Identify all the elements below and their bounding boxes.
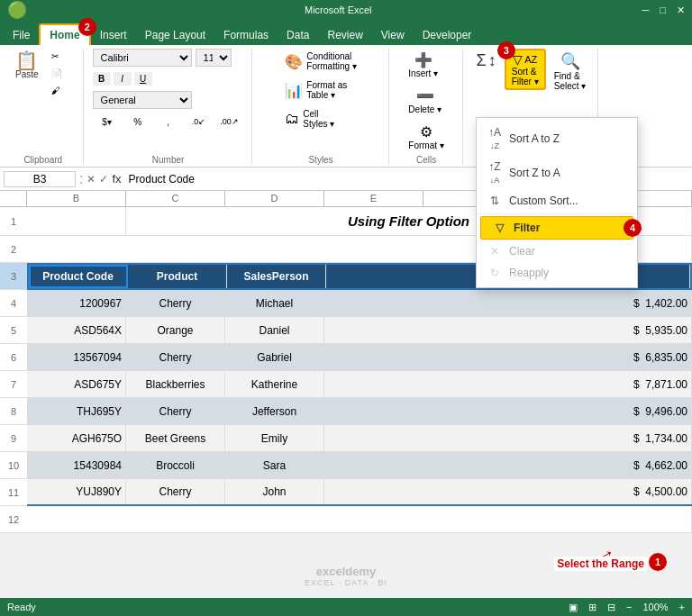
formula-cancel[interactable]: ✕ — [86, 173, 96, 186]
format-painter-button[interactable]: 🖌 — [47, 83, 76, 98]
cell-e6[interactable]: $ 6,835.00 — [324, 344, 692, 370]
cell-b4[interactable]: 1200967 — [27, 290, 126, 316]
tab-data[interactable]: Data — [278, 25, 318, 45]
col-header-d[interactable]: D — [225, 191, 324, 207]
font-size-select[interactable]: 11 — [196, 49, 232, 67]
data-row-11: YUJ890Y Cherry John $ 4,500.00 — [27, 479, 692, 506]
cell-d9[interactable]: Emily — [225, 425, 324, 451]
cell-e9[interactable]: $ 1,734.00 — [324, 425, 692, 451]
cell-e4[interactable]: $ 1,402.00 — [324, 290, 692, 316]
tab-insert[interactable]: Insert — [91, 25, 136, 45]
cell-c4[interactable]: Cherry — [126, 290, 225, 316]
insert-cells-button[interactable]: ➕ Insert ▾ — [404, 49, 442, 81]
cell-d5[interactable]: Daniel — [225, 317, 324, 343]
col-header-b[interactable]: B — [27, 191, 126, 207]
format-as-table-button[interactable]: 📊 Format asTable ▾ — [280, 77, 351, 103]
tab-file[interactable]: File — [4, 25, 39, 45]
page-layout-view[interactable]: ⊞ — [588, 602, 596, 613]
row-6: 6 — [0, 344, 27, 371]
bold-button[interactable]: B — [93, 72, 111, 86]
font-family-select[interactable]: Calibri — [93, 49, 192, 67]
cell-e5[interactable]: $ 5,935.00 — [324, 317, 692, 343]
cell-b5[interactable]: ASD564X — [27, 317, 126, 343]
cell-e7[interactable]: $ 7,871.00 — [324, 371, 692, 397]
cell-e8[interactable]: $ 9,496.00 — [324, 398, 692, 424]
tab-view[interactable]: View — [372, 25, 414, 45]
cell-d6[interactable]: Gabriel — [225, 344, 324, 370]
ribbon-cells-group: ➕ Insert ▾ ➖ Delete ▾ ⚙ Format ▾ Cells — [391, 49, 463, 165]
tab-review[interactable]: Review — [318, 25, 371, 45]
cell-d7[interactable]: Katherine — [225, 371, 324, 397]
cell-c7[interactable]: Blackberries — [126, 371, 225, 397]
number-format-select[interactable]: General — [93, 91, 192, 109]
cell-d11[interactable]: John — [225, 479, 324, 504]
header-product[interactable]: Product — [128, 265, 227, 288]
delete-cells-button[interactable]: ➖ Delete ▾ — [404, 85, 446, 117]
tab-home[interactable]: Home 2 — [39, 23, 90, 45]
cell-c11[interactable]: Cherry — [126, 479, 225, 504]
cell-c8[interactable]: Cherry — [126, 398, 225, 424]
col-header-e[interactable]: E — [324, 191, 423, 207]
sort-filter-button[interactable]: ▽ AZ Sort &Filter ▾ 3 — [505, 49, 546, 90]
tab-developer[interactable]: Developer — [414, 25, 481, 45]
tab-page-layout[interactable]: Page Layout — [136, 25, 214, 45]
col-header-c[interactable]: C — [126, 191, 225, 207]
dollar-button[interactable]: $▾ — [93, 114, 122, 130]
cell-b7[interactable]: ASD675Y — [27, 371, 126, 397]
cell-c6[interactable]: Cherry — [126, 344, 225, 370]
row-12: 12 — [0, 506, 27, 533]
formula-insert-function[interactable]: fx — [112, 172, 121, 186]
insert-icon: ➕ — [414, 51, 432, 68]
menu-sort-z-a[interactable]: ↑Z↓A Sort Z to A — [477, 156, 637, 190]
cell-b6[interactable]: 13567094 — [27, 344, 126, 370]
decrease-decimal-button[interactable]: .0↙ — [185, 114, 214, 130]
autosum-button[interactable]: Σ ↕ — [472, 49, 501, 73]
cell-styles-button[interactable]: 🗂 CellStyles ▾ — [280, 106, 339, 131]
zoom-out[interactable]: − — [626, 602, 632, 613]
cell-c10[interactable]: Broccoli — [126, 452, 225, 478]
formula-confirm[interactable]: ✓ — [99, 173, 108, 186]
cell-b9[interactable]: AGH675O — [27, 425, 126, 451]
sort-az-icon: ↑A↓Z — [487, 126, 502, 151]
format-cells-button[interactable]: ⚙ Format ▾ — [404, 121, 448, 153]
maximize-btn[interactable]: □ — [660, 5, 666, 16]
cell-b8[interactable]: THJ695Y — [27, 398, 126, 424]
minimize-btn[interactable]: ─ — [642, 5, 650, 16]
cell-e11[interactable]: $ 4,500.00 — [324, 479, 692, 504]
find-select-button[interactable]: 🔍 Find &Select ▾ — [550, 49, 591, 94]
copy-button[interactable]: 📄 — [47, 66, 76, 81]
italic-button[interactable]: I — [114, 72, 132, 86]
menu-sort-a-z[interactable]: ↑A↓Z Sort A to Z — [477, 122, 637, 156]
row-5: 5 — [0, 317, 27, 344]
cell-b10[interactable]: 15430984 — [27, 452, 126, 478]
cut-button[interactable]: ✂ — [47, 49, 76, 64]
header-product-code[interactable]: Product Code — [29, 265, 128, 288]
menu-custom-sort[interactable]: ⇅ Custom Sort... — [477, 190, 637, 212]
zoom-in[interactable]: + — [679, 602, 685, 613]
cell-c9[interactable]: Beet Greens — [126, 425, 225, 451]
tab-formulas[interactable]: Formulas — [214, 25, 278, 45]
cell-d8[interactable]: Jefferson — [225, 398, 324, 424]
comma-button[interactable]: , — [154, 114, 183, 130]
name-box[interactable] — [4, 171, 76, 187]
underline-button[interactable]: U — [134, 72, 152, 86]
close-btn[interactable]: ✕ — [677, 5, 685, 16]
data-row-9: AGH675O Beet Greens Emily $ 1,734.00 — [27, 425, 692, 452]
cell-d4[interactable]: Michael — [225, 290, 324, 316]
cell-c5[interactable]: Orange — [126, 317, 225, 343]
menu-filter[interactable]: ▽ Filter 4 — [480, 216, 633, 240]
conditional-formatting-button[interactable]: 🎨 ConditionalFormatting ▾ — [280, 49, 361, 74]
cell-e10[interactable]: $ 4,662.00 — [324, 452, 692, 478]
data-row-5: ASD564X Orange Daniel $ 5,935.00 — [27, 317, 692, 344]
header-salesperson[interactable]: SalesPerson — [227, 265, 326, 288]
normal-view[interactable]: ▣ — [569, 602, 578, 613]
increase-decimal-button[interactable]: .00↗ — [215, 114, 244, 130]
paste-button[interactable]: 📋 Paste — [11, 49, 43, 82]
annotation-2: 2 — [78, 18, 96, 36]
page-break-view[interactable]: ⊟ — [607, 602, 615, 613]
custom-sort-label: Custom Sort... — [509, 195, 578, 207]
percent-button[interactable]: % — [123, 114, 152, 130]
conditional-formatting-icon: 🎨 — [285, 53, 303, 70]
cell-d10[interactable]: Sara — [225, 452, 324, 478]
cell-b11[interactable]: YUJ890Y — [27, 479, 126, 504]
